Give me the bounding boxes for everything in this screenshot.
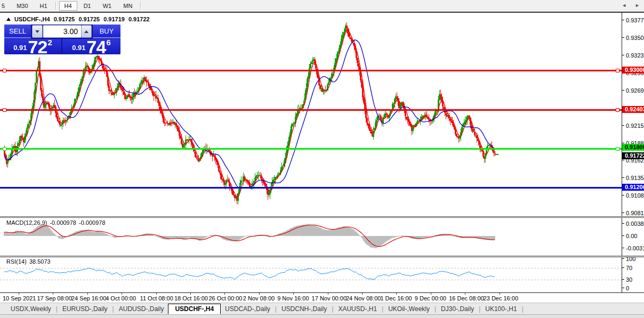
tab-separator: |: [522, 305, 524, 313]
price-level-label: 0.92403: [622, 106, 644, 113]
triangle-down-icon: [35, 30, 39, 33]
tab-dj30-daily[interactable]: DJ30-,Daily: [437, 304, 478, 314]
timeframe-button-5[interactable]: 5: [0, 1, 10, 11]
rsi-name: RSI(14): [6, 258, 27, 265]
sell-price-big: 72: [28, 40, 47, 54]
sell-button[interactable]: SELL: [4, 25, 31, 38]
tab-usdchf-h4[interactable]: USDCHF-,H4: [168, 304, 221, 314]
tab-usdcnh-daily[interactable]: USDCNH-,Daily: [277, 304, 331, 314]
time-tick: [190, 293, 191, 295]
tab-usdx-weekly[interactable]: USDX,Weekly: [6, 304, 55, 314]
buy-price-pip: 6: [106, 38, 110, 47]
price-tick: 0.91080: [622, 192, 644, 199]
time-tick: [465, 293, 465, 295]
rsi-axis-tick: 0: [622, 285, 629, 291]
macd-axis-tick: 0.00: [622, 233, 637, 239]
tab-separator: |: [382, 305, 383, 313]
tab-scroll-right-icon[interactable]: ►: [635, 3, 640, 8]
chart-symbol-label: USDCHF-,H4: [14, 16, 50, 22]
volume-decrease-button[interactable]: [32, 25, 43, 38]
toolbar-separator: [55, 2, 57, 10]
timeframe-button-m30[interactable]: M30: [11, 1, 33, 11]
macd-name: MACD(12,26,9): [6, 219, 47, 226]
price-tick: 0.93775: [622, 17, 644, 23]
timeframe-button-h4[interactable]: H4: [59, 1, 77, 11]
chart-window: 0.937750.935050.932350.929650.926950.921…: [0, 12, 644, 303]
tab-separator: |: [275, 305, 277, 313]
tab-scroll-buttons: ◄ ►: [622, 3, 640, 8]
macd-indicator-label: MACD(12,26,9) -0.000978 -0.000978: [6, 219, 106, 226]
time-label: 9 Nov 16:00: [277, 295, 309, 301]
macd-axis-tick: 0.003811: [622, 221, 644, 227]
time-label: 10 Sep 2021: [3, 295, 36, 301]
price-tick: 0.90810: [622, 210, 644, 216]
buy-price-prefix: 0.91: [72, 44, 85, 52]
time-label: 17 Sep 08:00: [37, 295, 71, 301]
price-level-label: 0.93006: [622, 67, 644, 74]
timeframe-button-w1[interactable]: W1: [98, 1, 117, 11]
tab-ukoil-weekly[interactable]: UKOil-,Weekly: [384, 304, 434, 314]
tab-eurusd-daily[interactable]: EURUSD-,Daily: [58, 304, 112, 314]
price-tick: 0.92695: [622, 87, 644, 94]
price-axis[interactable]: 0.937750.935050.932350.929650.926950.921…: [622, 13, 644, 292]
rsi-indicator-label: RSI(14) 38.5073: [6, 258, 51, 265]
time-label: 23 Dec 16:00: [484, 295, 518, 301]
tab-uk100-h1[interactable]: UK100-,H1: [481, 304, 521, 314]
time-label: 17 Nov 00:00: [312, 295, 347, 301]
buy-price-big: 74: [87, 40, 106, 54]
tab-scroll-left-icon[interactable]: ◄: [622, 3, 626, 8]
time-label: 2 Nov 08:00: [243, 295, 275, 301]
collapse-arrow-icon[interactable]: [6, 18, 11, 21]
chart-header: USDCHF-,H4 0.91725 0.91725 0.91719 0.917…: [6, 16, 150, 22]
time-tick: [293, 293, 294, 295]
time-tick: [259, 293, 260, 295]
time-tick: [396, 293, 397, 295]
sell-price-display[interactable]: 0.91 72 2: [4, 39, 61, 54]
time-label: 11 Oct 08:00: [140, 295, 173, 301]
timeframe-button-d1[interactable]: D1: [78, 1, 96, 11]
volume-increase-button[interactable]: [81, 25, 92, 38]
time-label: 24 Sep 16:00: [71, 295, 106, 301]
price-tick: 0.93505: [622, 35, 644, 41]
rsi-value: 38.5073: [29, 258, 51, 265]
ohlc-close: 0.91722: [128, 16, 150, 22]
time-tick: [431, 293, 431, 295]
tab-separator: |: [479, 305, 480, 313]
price-tick: 0.93235: [622, 52, 644, 59]
time-label: 26 Oct 00:00: [208, 295, 242, 301]
tab-audusd-daily[interactable]: AUDUSD-,Daily: [115, 304, 168, 314]
time-tick: [328, 293, 328, 295]
price-level-label: 0.91800: [622, 144, 644, 151]
rsi-axis-tick: 70: [622, 265, 632, 271]
macd-value-1: -0.000978: [50, 219, 76, 226]
time-tick: [19, 293, 19, 295]
tab-separator: |: [332, 305, 333, 313]
one-click-trading-panel: SELL BUY 0.91 72 2 0.91 74 6: [4, 25, 120, 54]
time-tick: [156, 293, 157, 295]
volume-input[interactable]: [43, 25, 81, 38]
price-tick: 0.91350: [622, 175, 644, 181]
time-label: 4 Oct 00:00: [106, 295, 136, 301]
time-tick: [87, 293, 88, 295]
time-label: 9 Dec 00:00: [415, 295, 446, 301]
time-label: 18 Oct 16:00: [174, 295, 208, 301]
time-tick: [500, 293, 500, 295]
panel-separator-macd[interactable]: [0, 216, 644, 218]
macd-axis-tick: -0.003115: [622, 245, 644, 251]
buy-price-display[interactable]: 0.91 74 6: [62, 39, 120, 54]
time-tick: [53, 293, 53, 295]
macd-value-2: -0.000978: [79, 219, 106, 226]
tab-usdcad-daily[interactable]: USDCAD-,Daily: [221, 304, 275, 314]
panel-separator-rsi[interactable]: [0, 256, 644, 257]
tab-xauusd-h1[interactable]: XAUUSD-,H1: [334, 304, 381, 314]
tab-separator: |: [112, 305, 114, 313]
mt4-window: 5M30H1H4D1W1MN 0.937750.935050.932350.92…: [0, 0, 644, 318]
timeframe-button-h1[interactable]: H1: [35, 1, 53, 11]
triangle-up-icon: [84, 30, 88, 33]
timeframe-button-mn[interactable]: MN: [118, 1, 138, 11]
price-tick: 0.92155: [622, 123, 644, 129]
status-bar: [0, 314, 644, 318]
toolbar-separator: [140, 2, 141, 10]
time-label: 1 Dec 16:00: [380, 295, 412, 301]
tab-separator: |: [56, 305, 58, 313]
